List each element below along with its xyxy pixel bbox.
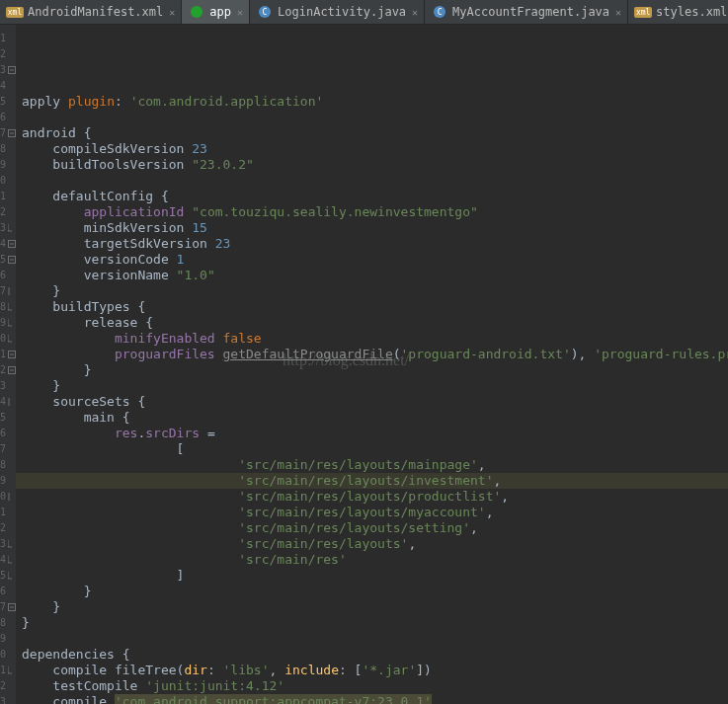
code-line[interactable]: versionCode 1 [22, 252, 728, 268]
fold-marker-icon[interactable] [8, 331, 16, 347]
line-number: 5 [0, 94, 8, 110]
code-line[interactable]: minSdkVersion 15 [22, 220, 728, 236]
line-number: 5 [0, 568, 8, 584]
code-line[interactable]: res.srcDirs = [22, 426, 728, 441]
line-number: 0 [0, 647, 8, 663]
line-number: 0 [0, 331, 8, 347]
code-line[interactable]: ] [22, 568, 728, 584]
tab-app[interactable]: app✕ [182, 0, 250, 24]
line-number: 8 [0, 299, 8, 315]
fold-marker-icon[interactable] [8, 599, 16, 615]
code-line[interactable]: } [22, 599, 728, 615]
code-line[interactable]: } [22, 378, 728, 394]
intention-bulb-icon[interactable] [0, 537, 1, 551]
fold-marker-icon[interactable] [8, 552, 16, 568]
fold-marker-icon[interactable] [8, 125, 16, 141]
fold-marker-icon[interactable] [8, 62, 16, 78]
fold-marker-icon[interactable] [8, 283, 16, 299]
fold-marker-icon[interactable] [8, 252, 16, 268]
line-number: 8 [0, 141, 8, 157]
close-tab-icon[interactable]: ✕ [412, 7, 418, 18]
line-number: 2 [0, 204, 8, 220]
fold-marker-icon[interactable] [8, 489, 16, 505]
code-line[interactable] [22, 631, 728, 647]
code-line[interactable]: android { [22, 125, 728, 141]
code-line[interactable] [22, 110, 728, 125]
java-file-icon: C [259, 6, 271, 18]
fold-marker-icon[interactable] [8, 394, 16, 410]
code-editor[interactable]: http://blog.csdn.net/ apply plugin: 'com… [16, 25, 728, 704]
code-line[interactable]: 'src/main/res/layouts/investment', [22, 473, 728, 489]
line-number: 8 [0, 457, 8, 473]
code-line[interactable]: dependencies { [22, 647, 728, 663]
code-line[interactable]: versionName "1.0" [22, 268, 728, 283]
code-line[interactable]: proguardFiles getDefaultProguardFile('pr… [22, 347, 728, 362]
code-line[interactable]: 'src/main/res/layouts/productlist', [22, 489, 728, 505]
code-line[interactable]: compile 'com.android.support:appcompat-v… [22, 694, 728, 704]
line-number: 2 [0, 520, 8, 536]
line-number: 4 [0, 236, 8, 252]
code-line[interactable]: buildToolsVersion "23.0.2" [22, 157, 728, 173]
code-line[interactable]: } [22, 615, 728, 631]
code-line[interactable]: 'src/main/res/layouts/myaccount', [22, 505, 728, 520]
xml-file-icon: xml [634, 7, 652, 18]
tab-androidmanifest-xml[interactable]: xmlAndroidManifest.xml✕ [0, 0, 182, 24]
code-line[interactable]: buildTypes { [22, 299, 728, 315]
tab-label: MyAccountFragment.java [452, 5, 609, 19]
fold-marker-icon[interactable] [8, 568, 16, 584]
tab-label: app [209, 5, 231, 19]
fold-marker-icon[interactable] [8, 299, 16, 315]
line-number: 2 [0, 678, 8, 694]
line-number: 7 [0, 283, 8, 299]
close-tab-icon[interactable]: ✕ [615, 7, 621, 18]
line-number: 9 [0, 315, 8, 331]
code-line[interactable]: main { [22, 410, 728, 426]
code-line[interactable]: compileSdkVersion 23 [22, 141, 728, 157]
fold-marker-icon[interactable] [8, 362, 16, 378]
code-line[interactable]: } [22, 584, 728, 599]
code-line[interactable]: apply plugin: 'com.android.application' [22, 94, 728, 110]
code-line[interactable]: 'src/main/res/layouts', [22, 536, 728, 552]
close-tab-icon[interactable]: ✕ [237, 7, 243, 18]
line-number-gutter: 1234567890123456789012345678901234567890… [0, 25, 8, 704]
code-line[interactable]: } [22, 283, 728, 299]
code-line[interactable]: 'src/main/res/layouts/setting', [22, 520, 728, 536]
line-number: 4 [0, 78, 8, 94]
code-line[interactable] [22, 173, 728, 189]
code-line[interactable]: sourceSets { [22, 394, 728, 410]
code-line[interactable]: [ [22, 441, 728, 457]
tab-myaccountfragment-java[interactable]: CMyAccountFragment.java✕ [425, 0, 628, 24]
code-line[interactable]: defaultConfig { [22, 189, 728, 204]
fold-marker-icon[interactable] [8, 663, 16, 678]
fold-marker-icon[interactable] [8, 220, 16, 236]
line-number: 9 [0, 157, 8, 173]
fold-marker-icon[interactable] [8, 315, 16, 331]
line-number: 3 [0, 62, 8, 78]
line-number: 0 [0, 173, 8, 189]
fold-marker-icon[interactable] [8, 536, 16, 552]
code-line[interactable]: 'src/main/res' [22, 552, 728, 568]
code-line[interactable]: minifyEnabled false [22, 331, 728, 347]
line-number: 7 [0, 599, 8, 615]
tab-styles-xml[interactable]: xmlstyles.xml✕ [628, 0, 728, 24]
close-tab-icon[interactable]: ✕ [169, 7, 175, 18]
line-number: 9 [0, 631, 8, 647]
code-line[interactable]: } [22, 362, 728, 378]
line-number: 4 [0, 552, 8, 568]
code-line[interactable]: applicationId "com.touziqu.sealily.newin… [22, 204, 728, 220]
line-number: 5 [0, 410, 8, 426]
line-number: 1 [0, 347, 8, 362]
line-number: 2 [0, 46, 8, 62]
line-number: 6 [0, 426, 8, 441]
code-line[interactable]: release { [22, 315, 728, 331]
tab-loginactivity-java[interactable]: CLoginActivity.java✕ [250, 0, 425, 24]
code-line[interactable]: testCompile 'junit:junit:4.12' [22, 678, 728, 694]
fold-marker-icon[interactable] [8, 236, 16, 252]
fold-marker-icon[interactable] [8, 347, 16, 362]
line-number: 7 [0, 125, 8, 141]
tab-label: LoginActivity.java [278, 5, 406, 19]
code-line[interactable]: 'src/main/res/layouts/mainpage', [22, 457, 728, 473]
code-line[interactable]: targetSdkVersion 23 [22, 236, 728, 252]
code-line[interactable]: compile fileTree(dir: 'libs', include: [… [22, 663, 728, 678]
fold-column[interactable] [8, 25, 16, 704]
